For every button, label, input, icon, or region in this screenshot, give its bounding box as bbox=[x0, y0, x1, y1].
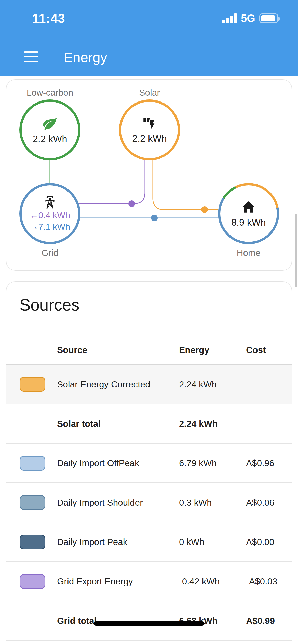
source-energy: 2.24 kWh bbox=[179, 419, 246, 429]
grid-return-flow-dot bbox=[128, 200, 135, 207]
source-energy: 2.24 kWh bbox=[179, 379, 246, 389]
table-row: Grid Export Energy -0.42 kWh -A$0.03 bbox=[6, 562, 292, 601]
home-indicator[interactable] bbox=[93, 621, 205, 626]
energy-distribution-card: Low-carbon Solar Grid Home 2.2 kWh 2.2 k… bbox=[6, 79, 292, 271]
solar-flow-dot bbox=[201, 206, 208, 213]
transmission-tower-icon bbox=[43, 195, 57, 210]
leaf-icon bbox=[42, 115, 58, 132]
battery-icon bbox=[259, 13, 278, 23]
scrollbar[interactable] bbox=[295, 214, 297, 287]
app-header: 11:43 5G Energy bbox=[0, 0, 298, 76]
source-name: Grid Export Energy bbox=[57, 576, 179, 587]
table-row: Daily Import Shoulder 0.3 kWh A$0.06 bbox=[6, 483, 292, 522]
status-time: 11:43 bbox=[32, 11, 65, 26]
source-energy: 0.3 kWh bbox=[179, 497, 246, 508]
table-row-grid-total: Grid total 6.68 kWh A$0.99 bbox=[6, 601, 292, 641]
source-name: Solar Energy Corrected bbox=[57, 379, 179, 389]
series-color-swatch bbox=[20, 456, 45, 471]
column-source[interactable]: Source bbox=[57, 345, 179, 355]
source-energy: 6.79 kWh bbox=[179, 458, 246, 468]
column-energy[interactable]: Energy bbox=[179, 345, 246, 355]
home-value: 8.9 kWh bbox=[231, 217, 266, 228]
table-row: Solar Energy Corrected 2.24 kWh bbox=[6, 365, 292, 404]
column-cost[interactable]: Cost bbox=[246, 345, 292, 355]
low-carbon-circle: 2.2 kWh bbox=[19, 99, 80, 160]
table-row: Daily Import OffPeak 6.79 kWh A$0.96 bbox=[6, 444, 292, 483]
source-cost: A$0.00 bbox=[246, 537, 292, 547]
network-type-label: 5G bbox=[241, 12, 255, 24]
sources-title: Sources bbox=[20, 296, 292, 314]
menu-button[interactable] bbox=[24, 51, 38, 62]
source-cost: A$0.96 bbox=[246, 458, 292, 468]
source-energy: 0 kWh bbox=[179, 537, 246, 547]
grid-import-value: →7.1 kWh bbox=[30, 221, 70, 232]
home-circle: 8.9 kWh bbox=[218, 183, 279, 244]
source-name: Daily Import Peak bbox=[57, 537, 179, 547]
series-color-swatch bbox=[20, 495, 45, 510]
low-carbon-value: 2.2 kWh bbox=[33, 134, 67, 144]
solar-circle: 2.2 kWh bbox=[119, 99, 180, 160]
status-icons: 5G bbox=[222, 12, 278, 24]
page-title: Energy bbox=[64, 49, 107, 65]
source-energy: -0.42 kWh bbox=[179, 576, 246, 587]
series-color-swatch bbox=[20, 377, 45, 392]
source-cost: A$0.99 bbox=[246, 616, 292, 626]
solar-value: 2.2 kWh bbox=[132, 133, 167, 144]
solar-panel-icon bbox=[142, 116, 157, 131]
source-name: Daily Import Shoulder bbox=[57, 497, 179, 508]
cellular-signal-icon bbox=[222, 13, 237, 23]
source-name: Daily Import OffPeak bbox=[57, 458, 179, 468]
table-row: Daily Import Peak 0 kWh A$0.00 bbox=[6, 522, 292, 562]
grid-circle: ←0.4 kWh →7.1 kWh bbox=[19, 183, 80, 244]
table-row-solar-total: Solar total 2.24 kWh bbox=[6, 404, 292, 444]
sources-table: Source Energy Cost Solar Energy Correcte… bbox=[6, 336, 292, 641]
source-cost: -A$0.03 bbox=[246, 576, 292, 587]
grid-flow-dot bbox=[151, 215, 158, 221]
sources-card: Sources Source Energy Cost Solar Energy … bbox=[6, 281, 292, 644]
home-icon bbox=[241, 199, 256, 215]
source-cost: A$0.06 bbox=[246, 497, 292, 508]
series-color-swatch bbox=[20, 574, 45, 589]
grid-export-value: ←0.4 kWh bbox=[30, 210, 70, 221]
source-name: Solar total bbox=[57, 419, 179, 429]
series-color-swatch bbox=[20, 535, 45, 549]
sources-table-header: Source Energy Cost bbox=[6, 336, 292, 365]
